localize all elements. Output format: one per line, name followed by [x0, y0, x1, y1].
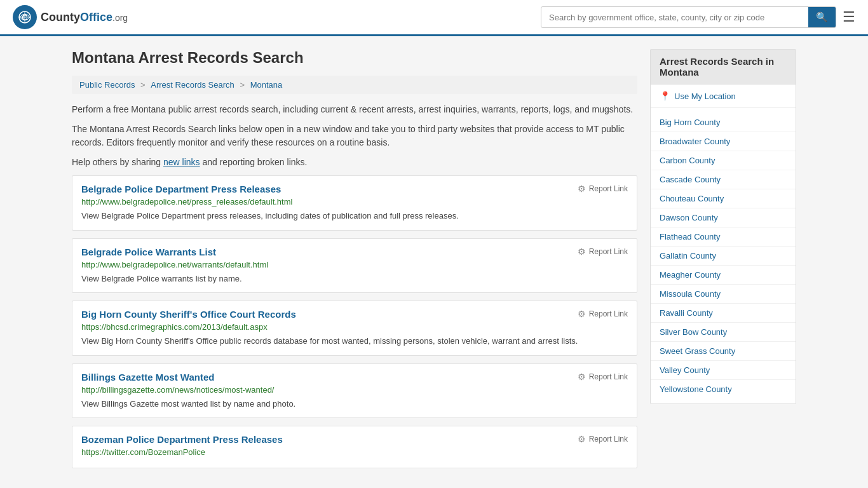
sidebar-box: Arrest Records Search in Montana 📍 Use M…: [650, 49, 796, 404]
result-desc-2: View Big Horn County Sheriff's Office pu…: [81, 335, 628, 348]
sidebar-county-1[interactable]: Broadwater County: [651, 132, 796, 151]
content-area: Montana Arrest Records Search Public Rec…: [72, 49, 637, 476]
result-title-4[interactable]: Bozeman Police Department Press Releases: [81, 434, 283, 445]
report-icon-4: ⚙: [578, 434, 586, 444]
sidebar-county-6[interactable]: Flathead County: [651, 227, 796, 247]
result-desc-1: View Belgrade Police warrants list by na…: [81, 273, 628, 285]
report-label-4: Report Link: [589, 435, 628, 444]
report-icon-0: ⚙: [578, 184, 586, 194]
sidebar-title: Arrest Records Search in Montana: [651, 50, 796, 85]
result-desc-3: View Billings Gazette most wanted list b…: [81, 398, 628, 410]
result-item: Billings Gazette Most Wanted ⚙ Report Li…: [72, 363, 637, 419]
result-header: Big Horn County Sheriff's Office Court R…: [81, 309, 628, 320]
sidebar-county-3[interactable]: Cascade County: [651, 170, 796, 189]
result-item: Big Horn County Sheriff's Office Court R…: [72, 301, 637, 356]
new-links-link[interactable]: new links: [163, 157, 200, 167]
header-right: 🔍 ☰: [541, 6, 855, 28]
description3-suffix: and reporting broken links.: [200, 157, 308, 167]
report-link-0[interactable]: ⚙ Report Link: [578, 184, 628, 194]
use-location-button[interactable]: 📍 Use My Location: [651, 85, 796, 108]
sidebar-county-5[interactable]: Dawson County: [651, 208, 796, 227]
results-list: Belgrade Police Department Press Release…: [72, 175, 637, 468]
location-icon: 📍: [660, 91, 670, 101]
report-link-2[interactable]: ⚙ Report Link: [578, 309, 628, 319]
result-item: Belgrade Police Department Press Release…: [72, 175, 637, 231]
breadcrumb-montana[interactable]: Montana: [250, 80, 283, 90]
breadcrumb: Public Records > Arrest Records Search >…: [72, 76, 637, 94]
sidebar-county-10[interactable]: Ravalli County: [651, 304, 796, 323]
sidebar-county-11[interactable]: Silver Bow County: [651, 323, 796, 342]
logo-area: C CountyOffice.org: [13, 5, 128, 29]
sidebar-county-7[interactable]: Gallatin County: [651, 247, 796, 266]
county-list: Big Horn CountyBroadwater CountyCarbon C…: [651, 108, 796, 403]
logo-icon: C: [13, 5, 37, 29]
hamburger-menu-icon[interactable]: ☰: [843, 9, 855, 25]
sidebar-county-4[interactable]: Chouteau County: [651, 189, 796, 208]
report-link-4[interactable]: ⚙ Report Link: [578, 434, 628, 444]
use-location-label: Use My Location: [674, 92, 736, 101]
description3: Help others by sharing new links and rep…: [72, 156, 637, 169]
result-header: Belgrade Police Warrants List ⚙ Report L…: [81, 247, 628, 257]
header: C CountyOffice.org 🔍 ☰: [0, 0, 868, 36]
report-label-3: Report Link: [589, 372, 628, 381]
result-item: Bozeman Police Department Press Releases…: [72, 426, 637, 468]
main-container: Montana Arrest Records Search Public Rec…: [59, 36, 809, 488]
logo-text: CountyOffice.org: [41, 11, 128, 24]
description1: Perform a free Montana public arrest rec…: [72, 103, 637, 116]
result-header: Billings Gazette Most Wanted ⚙ Report Li…: [81, 372, 628, 383]
report-label-0: Report Link: [589, 184, 628, 193]
result-title-2[interactable]: Big Horn County Sheriff's Office Court R…: [81, 309, 296, 320]
sidebar-county-14[interactable]: Yellowstone County: [651, 380, 796, 398]
sidebar-county-0[interactable]: Big Horn County: [651, 113, 796, 132]
report-icon-1: ⚙: [578, 247, 586, 257]
sidebar-county-9[interactable]: Missoula County: [651, 285, 796, 304]
breadcrumb-sep1: >: [140, 80, 147, 90]
report-link-3[interactable]: ⚙ Report Link: [578, 372, 628, 382]
result-url-3[interactable]: http://billingsgazette.com/news/notices/…: [81, 385, 628, 395]
logo-suffix: .org: [112, 13, 128, 23]
search-button[interactable]: 🔍: [808, 7, 836, 27]
sidebar-county-8[interactable]: Meagher County: [651, 266, 796, 285]
result-url-4[interactable]: https://twitter.com/BozemanPolice: [81, 447, 628, 457]
result-title-0[interactable]: Belgrade Police Department Press Release…: [81, 184, 281, 194]
result-header: Belgrade Police Department Press Release…: [81, 184, 628, 194]
result-title-1[interactable]: Belgrade Police Warrants List: [81, 247, 216, 257]
result-url-2[interactable]: https://bhcsd.crimegraphics.com/2013/def…: [81, 322, 628, 332]
report-label-2: Report Link: [589, 309, 628, 318]
sidebar: Arrest Records Search in Montana 📍 Use M…: [650, 49, 796, 476]
result-url-0[interactable]: http://www.belgradepolice.net/press_rele…: [81, 197, 628, 207]
result-url-1[interactable]: http://www.belgradepolice.net/warrants/d…: [81, 260, 628, 269]
breadcrumb-arrest-records[interactable]: Arrest Records Search: [151, 80, 234, 90]
result-title-3[interactable]: Billings Gazette Most Wanted: [81, 372, 214, 383]
report-label-1: Report Link: [589, 247, 628, 256]
page-title: Montana Arrest Records Search: [72, 49, 637, 67]
sidebar-county-13[interactable]: Valley County: [651, 361, 796, 380]
report-icon-2: ⚙: [578, 309, 586, 319]
report-link-1[interactable]: ⚙ Report Link: [578, 247, 628, 257]
sidebar-county-2[interactable]: Carbon County: [651, 151, 796, 170]
result-item: Belgrade Police Warrants List ⚙ Report L…: [72, 238, 637, 294]
breadcrumb-sep2: >: [240, 80, 247, 90]
search-bar: 🔍: [541, 6, 836, 28]
sidebar-county-12[interactable]: Sweet Grass County: [651, 342, 796, 361]
description2: The Montana Arrest Records Search links …: [72, 123, 637, 149]
report-icon-3: ⚙: [578, 372, 586, 382]
search-input[interactable]: [541, 9, 808, 26]
description3-prefix: Help others by sharing: [72, 157, 163, 167]
breadcrumb-public-records[interactable]: Public Records: [79, 80, 135, 90]
result-desc-0: View Belgrade Police Department press re…: [81, 210, 628, 222]
result-header: Bozeman Police Department Press Releases…: [81, 434, 628, 445]
